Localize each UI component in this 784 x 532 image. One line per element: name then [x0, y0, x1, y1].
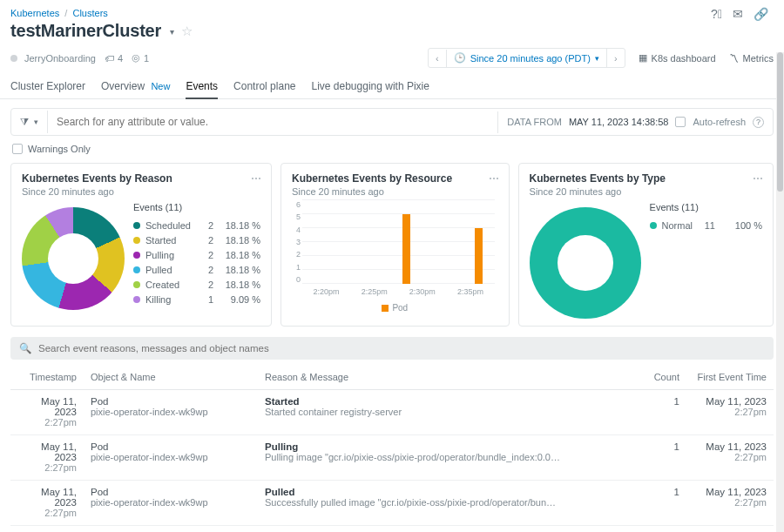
filter-funnel-icon[interactable]: ⧩	[20, 116, 29, 128]
time-range-picker[interactable]: ‹ 🕒 Since 20 minutes ago (PDT) ▾ ›	[428, 48, 625, 68]
first-time: 2:27pm	[693, 497, 767, 508]
legend-row[interactable]: Pulling 2 18.18 %	[133, 247, 260, 262]
scrollbar-thumb[interactable]	[777, 52, 783, 192]
legend-count: 1	[196, 294, 213, 305]
legend-label: Scheduled	[145, 220, 191, 231]
k8s-dashboard-link[interactable]: ▦ K8s dashboard	[634, 52, 716, 64]
object-name: pixie-operator-index-wk9wp	[91, 452, 251, 462]
tab-pixie[interactable]: Live debugging with Pixie	[311, 75, 429, 98]
filter-bar: ⧩ ▾ DATA FROM MAY 11, 2023 14:38:58 Auto…	[10, 108, 774, 136]
event-search-bar[interactable]: 🔍	[10, 337, 774, 360]
metrics-icon: 〽	[729, 53, 739, 64]
breadcrumb-clusters[interactable]: Clusters	[72, 8, 107, 18]
events-table: Timestamp Object & Name Reason & Message…	[10, 365, 774, 532]
bar-chart-resource: 6543210 2:20pm2:25pm2:30pm2:35pm	[302, 200, 498, 296]
tab-control-plane[interactable]: Control plane	[233, 75, 295, 98]
card-menu-icon[interactable]: ⋯	[489, 172, 500, 185]
warnings-only-checkbox[interactable]	[12, 144, 23, 154]
event-reason: Pulling	[265, 441, 627, 452]
tab-bar: Cluster Explorer Overview New Events Con…	[0, 75, 784, 99]
attribute-search-input[interactable]	[48, 109, 497, 135]
search-icon: 🔍	[19, 342, 31, 354]
watch-count: 1	[144, 53, 149, 64]
legend-pct: 100 %	[720, 220, 762, 231]
legend-row[interactable]: Created 2 18.18 %	[133, 277, 260, 292]
chevron-down-icon[interactable]: ▾	[34, 118, 38, 126]
timestamp-date: May 11, 2023	[17, 396, 77, 417]
legend-row[interactable]: Killing 1 9.09 %	[133, 292, 260, 306]
bar[interactable]	[402, 214, 410, 284]
time-range-label: Since 20 minutes ago (PDT)	[470, 53, 591, 64]
table-row[interactable]: May 11, 20232:27pm Podpixie-operator-ind…	[10, 481, 774, 526]
mail-icon[interactable]: ✉	[733, 7, 743, 21]
timestamp-date: May 11, 2023	[17, 487, 77, 508]
share-icon[interactable]: 🔗	[754, 7, 768, 21]
title-dropdown-icon[interactable]	[168, 25, 174, 37]
legend-row[interactable]: Pulled 2 18.18 %	[133, 262, 260, 277]
time-next-icon[interactable]: ›	[607, 50, 625, 67]
time-prev-icon[interactable]: ‹	[429, 50, 447, 67]
first-time: 2:27pm	[693, 452, 767, 462]
favorite-star-icon[interactable]: ☆	[181, 24, 193, 39]
legend-count: 2	[196, 220, 213, 231]
event-search-input[interactable]	[37, 342, 765, 354]
metrics-link[interactable]: 〽 Metrics	[725, 53, 774, 64]
legend-count: 2	[196, 250, 213, 260]
xtick: 2:30pm	[409, 287, 436, 296]
ytick: 3	[292, 238, 301, 246]
ytick: 0	[292, 275, 301, 284]
legend-label: Normal	[662, 220, 693, 231]
legend-label: Started	[145, 235, 191, 246]
timestamp-date: May 11, 2023	[17, 441, 77, 462]
legend-label: Pulled	[145, 265, 191, 275]
account-chip[interactable]: JerryOnboarding	[10, 53, 96, 64]
table-row[interactable]: May 11, 20232:27pm Podpixie-operator-ind…	[10, 526, 774, 533]
status-dot-icon	[10, 55, 17, 62]
chevron-down-icon: ▾	[595, 54, 599, 63]
first-time: 2:27pm	[693, 407, 767, 417]
legend-label: Pulling	[145, 250, 191, 260]
legend-row[interactable]: Scheduled 2 18.18 %	[133, 218, 260, 232]
object-name: pixie-operator-index-wk9wp	[91, 497, 251, 508]
page-scrollbar[interactable]	[776, 52, 784, 532]
table-row[interactable]: May 11, 20232:27pm Podpixie-operator-ind…	[10, 435, 774, 481]
col-first[interactable]: First Event Time	[686, 365, 774, 390]
card-events-by-type: ⋯ Kubernetes Events by Type Since 20 min…	[518, 163, 774, 327]
card-menu-icon[interactable]: ⋯	[251, 172, 262, 185]
legend-swatch	[133, 237, 140, 244]
col-reason[interactable]: Reason & Message	[258, 365, 634, 390]
tab-events[interactable]: Events	[186, 75, 218, 98]
tags-chip[interactable]: 🏷 4	[105, 53, 123, 64]
col-timestamp[interactable]: Timestamp	[10, 365, 84, 390]
event-message: Pulling image "gcr.io/pixie-oss/pixie-pr…	[265, 452, 561, 462]
timestamp-time: 2:27pm	[17, 417, 77, 428]
legend-pct: 18.18 %	[219, 265, 260, 275]
xtick: 2:20pm	[314, 287, 340, 296]
legend-swatch	[133, 222, 140, 229]
table-row[interactable]: May 11, 20232:27pm Podpixie-operator-ind…	[10, 390, 774, 435]
card-menu-icon[interactable]: ⋯	[753, 172, 764, 185]
breadcrumb-kubernetes[interactable]: Kubernetes	[10, 8, 59, 18]
tab-overview[interactable]: Overview New	[101, 75, 170, 98]
col-object[interactable]: Object & Name	[84, 365, 258, 390]
legend-pct: 18.18 %	[219, 220, 260, 231]
card-subtitle: Since 20 minutes ago	[22, 186, 260, 197]
col-count[interactable]: Count	[634, 365, 686, 390]
help-icon[interactable]: ?⃝	[711, 7, 722, 21]
help-tooltip-icon[interactable]: ?	[753, 117, 764, 128]
card-title: Kubernetes Events by Type	[530, 172, 762, 185]
watchers-chip[interactable]: ◎ 1	[132, 52, 149, 64]
first-date: May 11, 2023	[693, 441, 767, 452]
donut-chart-type	[530, 207, 641, 319]
legend-swatch	[133, 252, 140, 259]
tag-count: 4	[118, 53, 123, 64]
legend-swatch	[133, 281, 140, 288]
object-type: Pod	[91, 487, 251, 497]
account-name: JerryOnboarding	[24, 53, 96, 64]
legend-swatch	[382, 305, 389, 312]
legend-row[interactable]: Started 2 18.18 %	[133, 232, 260, 247]
bar[interactable]	[475, 228, 483, 284]
tab-cluster-explorer[interactable]: Cluster Explorer	[10, 75, 85, 98]
auto-refresh-checkbox[interactable]	[675, 117, 686, 127]
legend-row[interactable]: Normal 11 100 %	[650, 218, 762, 232]
